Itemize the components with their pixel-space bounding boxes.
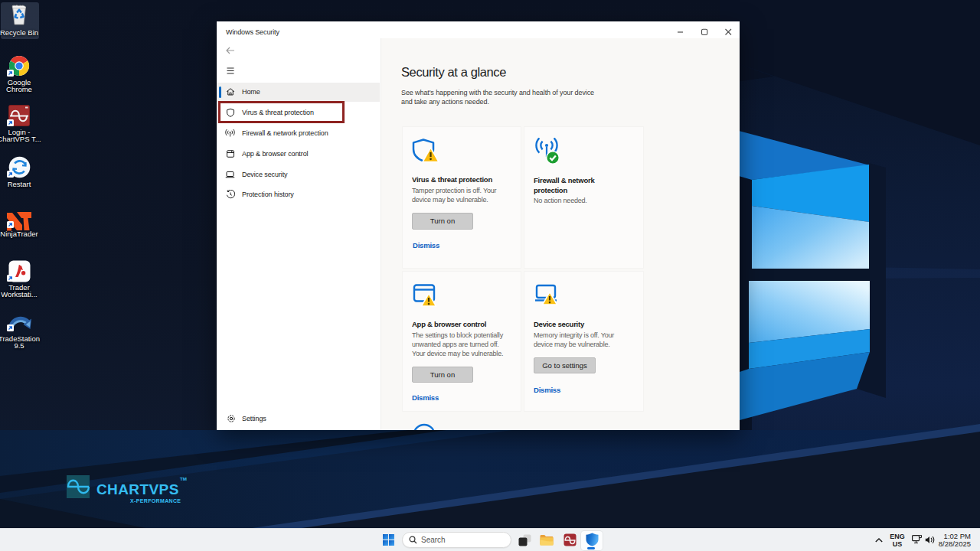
svg-text:X-PERFORMANCE: X-PERFORMANCE: [130, 498, 181, 504]
svg-text:TM: TM: [180, 476, 187, 481]
svg-text:CHARTVPS: CHARTVPS: [96, 481, 179, 497]
